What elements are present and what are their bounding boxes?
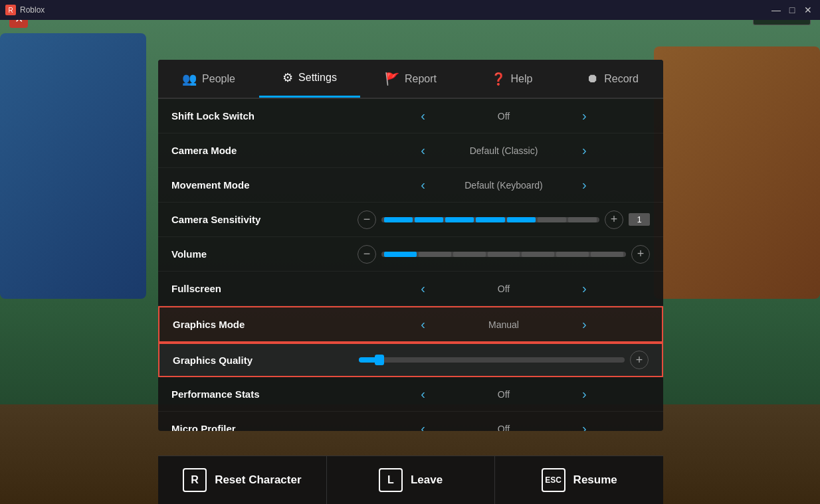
record-tab-label: Record (604, 73, 639, 85)
movement-mode-label: Movement Mode (171, 179, 358, 191)
camera-mode-next[interactable]: › (577, 140, 592, 161)
camera-mode-label: Camera Mode (171, 145, 358, 156)
performance-stats-label: Performance Stats (171, 388, 358, 400)
volume-plus[interactable]: + (631, 245, 650, 264)
micro-profiler-label: Micro Profiler (171, 423, 358, 431)
titlebar-title: Roblox (20, 5, 45, 15)
graphics-mode-control: ‹ Manual › (359, 314, 649, 335)
setting-volume: Volume − + (158, 237, 663, 272)
graphics-quality-plus[interactable]: + (630, 351, 649, 369)
camera-mode-prev[interactable]: ‹ (415, 140, 431, 161)
camera-sensitivity-label: Camera Sensitivity (171, 214, 358, 225)
tab-people[interactable]: 👥 People (158, 60, 259, 98)
titlebar-left: R Roblox (5, 5, 45, 15)
fullscreen-next[interactable]: › (577, 278, 592, 299)
setting-graphics-mode: Graphics Mode ‹ Manual › (158, 306, 663, 343)
fullscreen-label: Fullscreen (171, 283, 358, 294)
settings-tab-label: Settings (298, 72, 337, 84)
vseg7 (591, 252, 623, 257)
graphics-quality-label: Graphics Quality (173, 355, 359, 366)
graphics-mode-next[interactable]: › (577, 314, 592, 335)
setting-shift-lock: Shift Lock Switch ‹ Off › (158, 99, 663, 133)
reset-key-badge: R (183, 468, 207, 492)
help-tab-icon: ❓ (491, 72, 506, 86)
reset-character-button[interactable]: R Reset Character (158, 456, 327, 504)
leave-label: Leave (411, 473, 443, 487)
shift-lock-prev[interactable]: ‹ (415, 106, 431, 126)
settings-panel: 👥 People ⚙ Settings 🚩 Report ❓ Help ⏺ Re… (158, 60, 663, 431)
movement-mode-next[interactable]: › (577, 175, 592, 195)
leave-button[interactable]: L Leave (327, 456, 496, 504)
camera-sensitivity-minus[interactable]: − (358, 210, 376, 229)
setting-micro-profiler: Micro Profiler ‹ Off › (158, 412, 663, 431)
resume-label: Resume (573, 473, 617, 487)
volume-minus[interactable]: − (358, 245, 376, 264)
maximize-button[interactable]: □ (785, 3, 799, 17)
movement-mode-prev[interactable]: ‹ (415, 175, 431, 195)
movement-mode-control: ‹ Default (Keyboard) › (358, 175, 650, 195)
movement-mode-value: Default (Keyboard) (437, 180, 570, 191)
volume-slider: − + (358, 245, 650, 264)
help-tab-label: Help (511, 73, 533, 85)
leave-key-badge: L (379, 468, 403, 492)
fullscreen-value: Off (437, 284, 570, 294)
performance-stats-next[interactable]: › (577, 384, 592, 404)
graphics-quality-cursor (375, 355, 384, 365)
vseg4 (488, 252, 520, 257)
setting-fullscreen: Fullscreen ‹ Off › (158, 272, 663, 306)
titlebar: R Roblox — □ ✕ (0, 0, 820, 20)
seg1 (384, 217, 413, 222)
camera-sensitivity-slider: − + 1 (358, 210, 650, 229)
graphics-mode-label: Graphics Mode (173, 319, 359, 330)
fullscreen-prev[interactable]: ‹ (415, 278, 431, 299)
setting-graphics-quality: Graphics Quality + (158, 343, 663, 377)
settings-content: Shift Lock Switch ‹ Off › Camera Mode ‹ … (158, 99, 663, 431)
bottom-bar: R Reset Character L Leave ESC Resume (158, 456, 663, 504)
vseg6 (556, 252, 589, 257)
volume-label: Volume (171, 248, 358, 260)
shift-lock-control: ‹ Off › (358, 106, 650, 126)
shift-lock-value: Off (437, 111, 570, 122)
tab-settings[interactable]: ⚙ Settings (259, 60, 360, 98)
seg5 (507, 217, 536, 222)
camera-mode-value: Default (Classic) (437, 145, 570, 156)
tab-help[interactable]: ❓ Help (461, 60, 562, 98)
performance-stats-prev[interactable]: ‹ (415, 384, 431, 404)
setting-performance-stats: Performance Stats ‹ Off › (158, 377, 663, 412)
camera-sensitivity-plus[interactable]: + (605, 210, 623, 229)
micro-profiler-next[interactable]: › (577, 418, 592, 431)
volume-track[interactable] (381, 252, 626, 257)
report-tab-label: Report (405, 73, 437, 85)
resume-button[interactable]: ESC Resume (495, 456, 663, 504)
titlebar-controls: — □ ✕ (769, 3, 815, 17)
people-tab-icon: 👥 (182, 72, 197, 86)
shift-lock-next[interactable]: › (577, 106, 592, 126)
volume-control: − + (358, 245, 650, 264)
tab-report[interactable]: 🚩 Report (360, 60, 461, 98)
graphics-quality-track[interactable] (359, 357, 625, 363)
micro-profiler-prev[interactable]: ‹ (415, 418, 431, 431)
vseg5 (522, 252, 554, 257)
performance-stats-control: ‹ Off › (358, 384, 650, 404)
vseg1 (384, 252, 417, 257)
titlebar-icon: R (5, 5, 16, 15)
camera-sensitivity-control: − + 1 (358, 210, 650, 229)
vseg3 (453, 252, 486, 257)
tab-record[interactable]: ⏺ Record (562, 60, 663, 98)
seg7 (568, 217, 597, 222)
settings-tab-icon: ⚙ (282, 70, 293, 85)
camera-sensitivity-value: 1 (629, 213, 650, 226)
shift-lock-label: Shift Lock Switch (171, 110, 358, 122)
setting-camera-sensitivity: Camera Sensitivity − + 1 (158, 203, 663, 237)
micro-profiler-value: Off (437, 424, 570, 432)
camera-sensitivity-track[interactable] (381, 217, 599, 222)
bg-building-right (654, 46, 820, 299)
minimize-button[interactable]: — (769, 3, 783, 17)
setting-movement-mode: Movement Mode ‹ Default (Keyboard) › (158, 168, 663, 203)
report-tab-icon: 🚩 (385, 72, 399, 86)
seg3 (445, 217, 474, 222)
seg2 (415, 217, 443, 222)
graphics-mode-prev[interactable]: ‹ (415, 314, 431, 335)
window-close-button[interactable]: ✕ (801, 3, 815, 17)
tabs-bar: 👥 People ⚙ Settings 🚩 Report ❓ Help ⏺ Re… (158, 60, 663, 99)
